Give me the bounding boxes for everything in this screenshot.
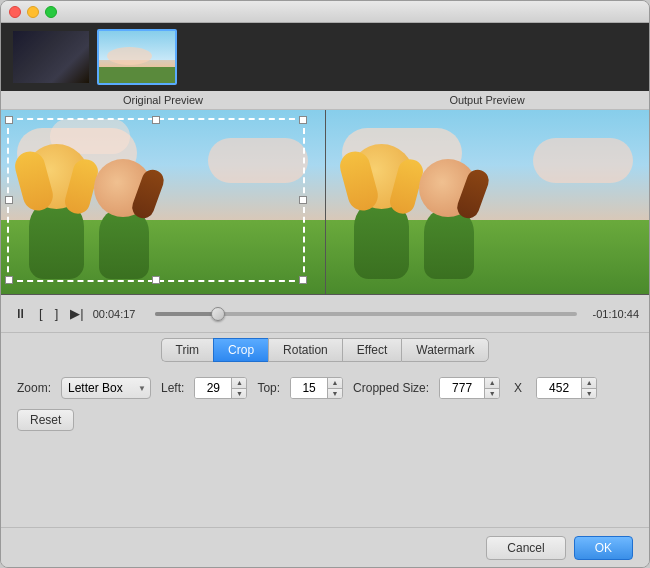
original-preview-label: Original Preview — [1, 91, 325, 109]
thumbnail-strip — [1, 23, 649, 91]
current-time: 00:04:17 — [93, 308, 145, 320]
width-spinners: ▲ ▼ — [484, 377, 499, 399]
left-input[interactable] — [195, 378, 231, 398]
cancel-button[interactable]: Cancel — [486, 536, 565, 560]
minimize-button[interactable] — [27, 6, 39, 18]
pause-button[interactable]: ⏸ — [11, 304, 30, 323]
left-decrement[interactable]: ▼ — [232, 388, 246, 400]
tab-crop[interactable]: Crop — [213, 338, 268, 362]
timeline-progress — [155, 312, 218, 316]
cropped-size-label: Cropped Size: — [353, 381, 429, 395]
tabs-bar: Trim Crop Rotation Effect Watermark — [1, 333, 649, 367]
close-button[interactable] — [9, 6, 21, 18]
top-input-wrapper: ▲ ▼ — [290, 377, 343, 399]
zoom-select[interactable]: Letter Box Pan & Scan Full — [61, 377, 151, 399]
height-spinners: ▲ ▼ — [581, 377, 596, 399]
tab-trim[interactable]: Trim — [161, 338, 214, 362]
zoom-label: Zoom: — [17, 381, 51, 395]
width-increment[interactable]: ▲ — [485, 377, 499, 388]
x-separator: X — [514, 381, 522, 395]
preview-labels: Original Preview Output Preview — [1, 91, 649, 110]
thumbnail-2[interactable] — [97, 29, 177, 85]
width-input[interactable] — [440, 378, 484, 398]
main-window: Original Preview Output Preview — [0, 0, 650, 568]
left-increment[interactable]: ▲ — [232, 377, 246, 388]
output-preview — [325, 110, 650, 294]
height-input-wrapper: ▲ ▼ — [536, 377, 597, 399]
remaining-time: -01:10:44 — [587, 308, 639, 320]
tab-rotation[interactable]: Rotation — [268, 338, 342, 362]
width-decrement[interactable]: ▼ — [485, 388, 499, 400]
top-decrement[interactable]: ▼ — [328, 388, 342, 400]
tab-effect[interactable]: Effect — [342, 338, 401, 362]
mark-out-button[interactable]: ] — [52, 304, 62, 323]
bottom-bar: Cancel OK — [1, 527, 649, 567]
ok-button[interactable]: OK — [574, 536, 633, 560]
titlebar — [1, 1, 649, 23]
reset-button[interactable]: Reset — [17, 409, 74, 431]
left-spinners: ▲ ▼ — [231, 377, 246, 399]
height-input[interactable] — [537, 378, 581, 398]
original-preview — [1, 110, 325, 294]
top-input[interactable] — [291, 378, 327, 398]
maximize-button[interactable] — [45, 6, 57, 18]
thumbnail-1[interactable] — [11, 29, 91, 85]
timeline-track[interactable] — [155, 312, 577, 316]
width-input-wrapper: ▲ ▼ — [439, 377, 500, 399]
top-increment[interactable]: ▲ — [328, 377, 342, 388]
playback-bar: ⏸ [ ] ▶| 00:04:17 -01:10:44 — [1, 295, 649, 333]
output-preview-label: Output Preview — [325, 91, 649, 109]
height-decrement[interactable]: ▼ — [582, 388, 596, 400]
top-spinners: ▲ ▼ — [327, 377, 342, 399]
crop-settings-panel: Zoom: Letter Box Pan & Scan Full Left: ▲… — [1, 367, 649, 527]
play-button[interactable]: ▶| — [67, 304, 86, 323]
crop-controls-row: Zoom: Letter Box Pan & Scan Full Left: ▲… — [17, 377, 633, 431]
top-label: Top: — [257, 381, 280, 395]
mark-in-button[interactable]: [ — [36, 304, 46, 323]
zoom-select-wrapper: Letter Box Pan & Scan Full — [61, 377, 151, 399]
tab-watermark[interactable]: Watermark — [401, 338, 489, 362]
timeline-thumb[interactable] — [211, 307, 225, 321]
left-label: Left: — [161, 381, 184, 395]
preview-area — [1, 110, 649, 295]
left-input-wrapper: ▲ ▼ — [194, 377, 247, 399]
height-increment[interactable]: ▲ — [582, 377, 596, 388]
